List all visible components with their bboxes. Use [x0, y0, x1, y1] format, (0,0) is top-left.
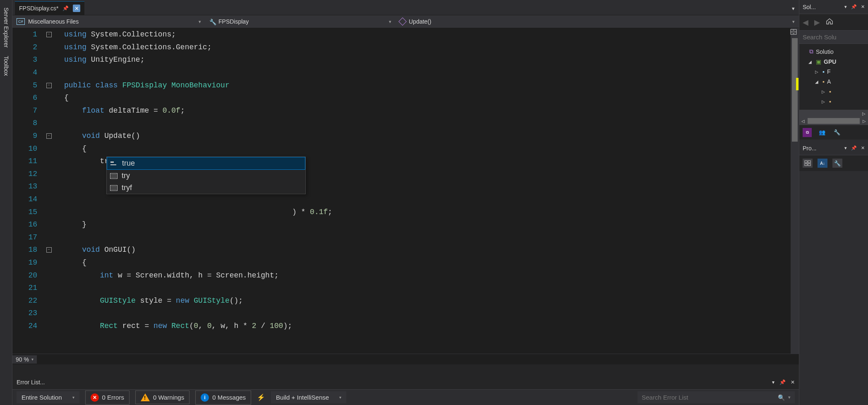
warnings-filter-button[interactable]: ! 0 Warnings	[135, 391, 189, 404]
pin-icon[interactable]: 📌	[779, 379, 786, 385]
solution-search-input[interactable]	[803, 34, 868, 41]
server-explorer-tab[interactable]: Server Explorer	[3, 3, 10, 52]
code-line[interactable]	[64, 307, 791, 320]
code-line[interactable]: using System.Collections;	[64, 28, 791, 41]
nav-class-dropdown[interactable]: 🔧 FPSDisplay ▾	[205, 15, 396, 28]
close-icon[interactable]: ✕	[791, 379, 795, 385]
fold-toggle[interactable]: −	[46, 247, 52, 253]
code-token: style =	[140, 297, 176, 305]
vs-icon[interactable]: ⧉	[803, 128, 812, 137]
code-line[interactable]: void Update()	[64, 130, 791, 142]
messages-count-label: 0 Messages	[212, 394, 246, 401]
nav-scope-dropdown[interactable]: C# Miscellaneous Files ▾	[12, 15, 205, 28]
vertical-scrollbar[interactable]	[791, 28, 799, 354]
panel-menu-icon[interactable]: ▾	[844, 145, 847, 151]
tree-arrow-icon[interactable]: ◢	[815, 80, 820, 84]
error-scope-dropdown[interactable]: Entire Solution ▾	[17, 391, 79, 403]
intellisense-item[interactable]: true	[107, 157, 305, 170]
solution-tree[interactable]: ⧉Solutio◢▣GPU▷▪F◢▪A▷▪▷▪	[799, 44, 868, 110]
tree-item[interactable]: ▷▪	[802, 96, 868, 106]
tree-scroll-right[interactable]: ▷	[799, 110, 868, 117]
intellisense-popup[interactable]: truetrytryf	[106, 157, 306, 194]
nav-member-dropdown[interactable]: Update() ▾	[396, 15, 799, 28]
messages-filter-button[interactable]: i 0 Messages	[195, 391, 251, 405]
tree-horizontal-scrollbar[interactable]: ◁ ▷	[799, 117, 868, 125]
properties-wrench-button[interactable]: 🔧	[832, 159, 842, 168]
code-line[interactable]: }	[64, 218, 791, 231]
home-button[interactable]	[826, 18, 833, 27]
tree-item-icon: ▪	[822, 68, 825, 75]
code-area[interactable]: using System.Collections;using System.Co…	[64, 28, 791, 354]
tree-arrow-icon[interactable]: ▷	[822, 89, 827, 94]
code-line[interactable]	[64, 282, 791, 294]
solution-search-box[interactable]: 🔍	[799, 31, 868, 44]
code-line[interactable]: using UnityEngine;	[64, 53, 791, 66]
panel-menu-icon[interactable]: ▾	[772, 379, 774, 385]
close-tab-button[interactable]: ✕	[73, 5, 80, 12]
wrench-icon[interactable]: 🔧	[832, 128, 842, 137]
forward-button[interactable]: ▶	[814, 18, 820, 27]
toolbox-tab[interactable]: Toolbox	[3, 52, 10, 80]
code-line[interactable]: {	[64, 142, 791, 155]
intellisense-item[interactable]: tryf	[107, 182, 305, 194]
code-token: 0.1f	[310, 208, 328, 216]
code-line[interactable]: public class FPSDisplay MonoBehaviour	[64, 79, 791, 92]
split-editor-icon[interactable]	[789, 27, 798, 36]
categorized-button[interactable]	[803, 159, 813, 168]
code-editor[interactable]: 1−2345−6789−101112131415161718−192021222…	[12, 28, 799, 354]
code-line[interactable]: GUIStyle style = new GUIStyle();	[64, 294, 791, 307]
panel-menu-icon[interactable]: ▾	[844, 4, 847, 10]
line-number: 16	[16, 220, 45, 229]
team-icon[interactable]: 👥	[818, 128, 827, 137]
search-dropdown-icon[interactable]: ▾	[788, 395, 791, 400]
code-line[interactable]: ) * 0.1f;	[64, 205, 791, 218]
code-line[interactable]	[64, 193, 791, 206]
pin-icon[interactable]: 📌	[851, 145, 857, 151]
close-icon[interactable]: ✕	[861, 145, 865, 151]
clear-filter-icon[interactable]: ⚡	[257, 393, 265, 401]
error-search-input[interactable]	[642, 394, 774, 401]
fold-toggle[interactable]: −	[46, 83, 52, 88]
tree-arrow-icon[interactable]: ▷	[815, 70, 820, 74]
tree-item[interactable]: ◢▪A	[802, 77, 868, 87]
tree-arrow-icon[interactable]: ◢	[808, 60, 813, 64]
tree-item[interactable]: ◢▣GPU	[802, 57, 868, 67]
errors-filter-button[interactable]: ✕ 0 Errors	[85, 391, 129, 405]
tree-arrow-icon[interactable]: ▷	[822, 99, 827, 104]
code-line[interactable]	[64, 231, 791, 244]
tree-item[interactable]: ▷▪F	[802, 67, 868, 77]
scroll-right-button[interactable]: ▷	[861, 119, 868, 123]
tree-item[interactable]: ▷▪	[802, 87, 868, 96]
code-line[interactable]: {	[64, 256, 791, 269]
close-icon[interactable]: ✕	[861, 4, 865, 10]
code-line[interactable]	[64, 66, 791, 79]
back-button[interactable]: ◀	[803, 18, 808, 27]
code-line[interactable]: {	[64, 92, 791, 104]
scroll-thumb[interactable]	[808, 118, 860, 124]
fold-toggle[interactable]: −	[46, 32, 52, 37]
document-tab[interactable]: FPSDisplay.cs* 📌 ✕	[15, 1, 84, 15]
zoom-dropdown[interactable]: 90 % ▾	[12, 355, 37, 364]
tab-overflow-menu[interactable]: ▾	[792, 5, 795, 12]
fold-toggle[interactable]: −	[46, 133, 52, 139]
error-search-box[interactable]: 🔍 ▾	[638, 391, 795, 403]
code-line[interactable]: void OnGUI()	[64, 243, 791, 256]
pin-icon[interactable]: 📌	[62, 5, 69, 11]
code-token: OnGUI()	[104, 246, 136, 254]
intellisense-item[interactable]: try	[107, 170, 305, 182]
alphabetical-button[interactable]: A↓	[818, 159, 827, 168]
code-line[interactable]: using System.Collections.Generic;	[64, 41, 791, 54]
code-line[interactable]	[64, 117, 791, 130]
scroll-left-button[interactable]: ◁	[799, 119, 807, 123]
error-source-dropdown[interactable]: Build + IntelliSense ▾	[271, 391, 346, 403]
search-icon[interactable]: 🔍	[778, 394, 785, 401]
code-line[interactable]: int w = Screen.width, h = Screen.height;	[64, 269, 791, 282]
code-token: MonoBehaviour	[171, 81, 229, 89]
code-token: deltaTime =	[109, 106, 163, 115]
pin-icon[interactable]: 📌	[851, 4, 857, 10]
info-icon: i	[201, 393, 209, 402]
tree-item[interactable]: ⧉Solutio	[802, 46, 868, 57]
gutter-row: 19	[12, 256, 64, 269]
code-line[interactable]: float deltaTime = 0.0f;	[64, 104, 791, 117]
code-line[interactable]: Rect rect = new Rect(0, 0, w, h * 2 / 10…	[64, 320, 791, 333]
